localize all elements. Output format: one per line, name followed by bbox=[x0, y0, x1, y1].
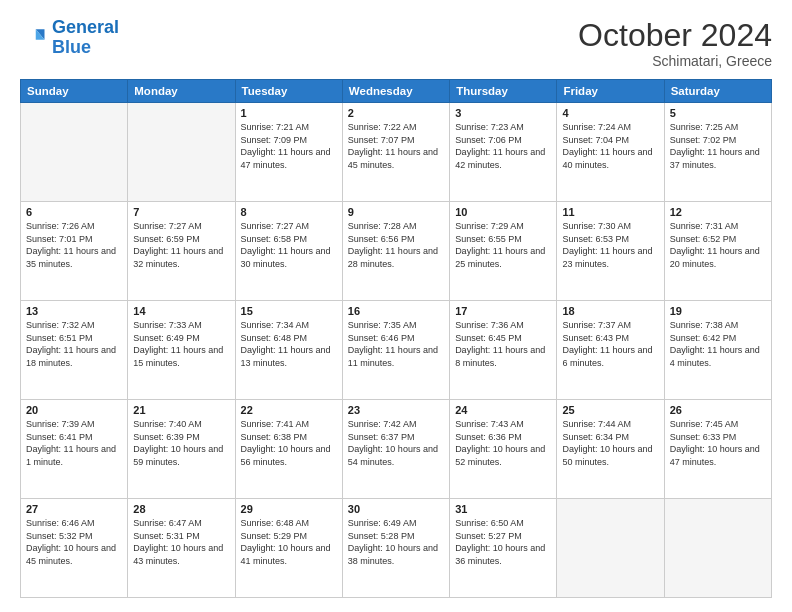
day-info: Sunrise: 7:25 AMSunset: 7:02 PMDaylight:… bbox=[670, 121, 766, 171]
day-info: Sunrise: 7:35 AMSunset: 6:46 PMDaylight:… bbox=[348, 319, 444, 369]
day-cell: 29Sunrise: 6:48 AMSunset: 5:29 PMDayligh… bbox=[235, 499, 342, 598]
day-number: 22 bbox=[241, 404, 337, 416]
day-number: 18 bbox=[562, 305, 658, 317]
day-cell bbox=[21, 103, 128, 202]
day-cell: 11Sunrise: 7:30 AMSunset: 6:53 PMDayligh… bbox=[557, 202, 664, 301]
week-row-1: 1Sunrise: 7:21 AMSunset: 7:09 PMDaylight… bbox=[21, 103, 772, 202]
day-number: 10 bbox=[455, 206, 551, 218]
logo-blue: Blue bbox=[52, 37, 91, 57]
day-info: Sunrise: 7:34 AMSunset: 6:48 PMDaylight:… bbox=[241, 319, 337, 369]
day-number: 17 bbox=[455, 305, 551, 317]
week-row-4: 20Sunrise: 7:39 AMSunset: 6:41 PMDayligh… bbox=[21, 400, 772, 499]
day-number: 28 bbox=[133, 503, 229, 515]
day-info: Sunrise: 7:33 AMSunset: 6:49 PMDaylight:… bbox=[133, 319, 229, 369]
day-cell: 16Sunrise: 7:35 AMSunset: 6:46 PMDayligh… bbox=[342, 301, 449, 400]
day-number: 16 bbox=[348, 305, 444, 317]
logo-general: General bbox=[52, 17, 119, 37]
day-cell: 18Sunrise: 7:37 AMSunset: 6:43 PMDayligh… bbox=[557, 301, 664, 400]
day-info: Sunrise: 7:22 AMSunset: 7:07 PMDaylight:… bbox=[348, 121, 444, 171]
day-cell: 31Sunrise: 6:50 AMSunset: 5:27 PMDayligh… bbox=[450, 499, 557, 598]
weekday-sunday: Sunday bbox=[21, 80, 128, 103]
day-cell: 12Sunrise: 7:31 AMSunset: 6:52 PMDayligh… bbox=[664, 202, 771, 301]
day-number: 2 bbox=[348, 107, 444, 119]
day-number: 6 bbox=[26, 206, 122, 218]
weekday-header-row: SundayMondayTuesdayWednesdayThursdayFrid… bbox=[21, 80, 772, 103]
day-cell: 19Sunrise: 7:38 AMSunset: 6:42 PMDayligh… bbox=[664, 301, 771, 400]
logo-text: General Blue bbox=[52, 18, 119, 58]
day-number: 8 bbox=[241, 206, 337, 218]
day-info: Sunrise: 7:29 AMSunset: 6:55 PMDaylight:… bbox=[455, 220, 551, 270]
day-info: Sunrise: 7:32 AMSunset: 6:51 PMDaylight:… bbox=[26, 319, 122, 369]
day-number: 26 bbox=[670, 404, 766, 416]
day-info: Sunrise: 7:27 AMSunset: 6:59 PMDaylight:… bbox=[133, 220, 229, 270]
day-cell: 20Sunrise: 7:39 AMSunset: 6:41 PMDayligh… bbox=[21, 400, 128, 499]
day-cell: 26Sunrise: 7:45 AMSunset: 6:33 PMDayligh… bbox=[664, 400, 771, 499]
week-row-2: 6Sunrise: 7:26 AMSunset: 7:01 PMDaylight… bbox=[21, 202, 772, 301]
day-info: Sunrise: 7:44 AMSunset: 6:34 PMDaylight:… bbox=[562, 418, 658, 468]
day-number: 1 bbox=[241, 107, 337, 119]
day-number: 3 bbox=[455, 107, 551, 119]
day-number: 19 bbox=[670, 305, 766, 317]
week-row-3: 13Sunrise: 7:32 AMSunset: 6:51 PMDayligh… bbox=[21, 301, 772, 400]
day-cell: 13Sunrise: 7:32 AMSunset: 6:51 PMDayligh… bbox=[21, 301, 128, 400]
day-info: Sunrise: 7:28 AMSunset: 6:56 PMDaylight:… bbox=[348, 220, 444, 270]
day-info: Sunrise: 6:47 AMSunset: 5:31 PMDaylight:… bbox=[133, 517, 229, 567]
week-row-5: 27Sunrise: 6:46 AMSunset: 5:32 PMDayligh… bbox=[21, 499, 772, 598]
day-info: Sunrise: 7:26 AMSunset: 7:01 PMDaylight:… bbox=[26, 220, 122, 270]
day-number: 11 bbox=[562, 206, 658, 218]
day-info: Sunrise: 7:24 AMSunset: 7:04 PMDaylight:… bbox=[562, 121, 658, 171]
day-cell: 7Sunrise: 7:27 AMSunset: 6:59 PMDaylight… bbox=[128, 202, 235, 301]
day-cell: 15Sunrise: 7:34 AMSunset: 6:48 PMDayligh… bbox=[235, 301, 342, 400]
calendar-table: SundayMondayTuesdayWednesdayThursdayFrid… bbox=[20, 79, 772, 598]
day-number: 9 bbox=[348, 206, 444, 218]
weekday-saturday: Saturday bbox=[664, 80, 771, 103]
day-number: 31 bbox=[455, 503, 551, 515]
day-info: Sunrise: 6:48 AMSunset: 5:29 PMDaylight:… bbox=[241, 517, 337, 567]
day-number: 13 bbox=[26, 305, 122, 317]
day-info: Sunrise: 6:46 AMSunset: 5:32 PMDaylight:… bbox=[26, 517, 122, 567]
day-cell: 6Sunrise: 7:26 AMSunset: 7:01 PMDaylight… bbox=[21, 202, 128, 301]
day-cell: 9Sunrise: 7:28 AMSunset: 6:56 PMDaylight… bbox=[342, 202, 449, 301]
weekday-friday: Friday bbox=[557, 80, 664, 103]
day-number: 12 bbox=[670, 206, 766, 218]
day-number: 21 bbox=[133, 404, 229, 416]
day-number: 23 bbox=[348, 404, 444, 416]
day-cell: 28Sunrise: 6:47 AMSunset: 5:31 PMDayligh… bbox=[128, 499, 235, 598]
weekday-wednesday: Wednesday bbox=[342, 80, 449, 103]
day-cell: 1Sunrise: 7:21 AMSunset: 7:09 PMDaylight… bbox=[235, 103, 342, 202]
day-info: Sunrise: 7:45 AMSunset: 6:33 PMDaylight:… bbox=[670, 418, 766, 468]
weekday-monday: Monday bbox=[128, 80, 235, 103]
weekday-tuesday: Tuesday bbox=[235, 80, 342, 103]
day-cell: 4Sunrise: 7:24 AMSunset: 7:04 PMDaylight… bbox=[557, 103, 664, 202]
day-info: Sunrise: 6:49 AMSunset: 5:28 PMDaylight:… bbox=[348, 517, 444, 567]
day-info: Sunrise: 7:43 AMSunset: 6:36 PMDaylight:… bbox=[455, 418, 551, 468]
day-info: Sunrise: 7:42 AMSunset: 6:37 PMDaylight:… bbox=[348, 418, 444, 468]
day-cell: 25Sunrise: 7:44 AMSunset: 6:34 PMDayligh… bbox=[557, 400, 664, 499]
page: General Blue October 2024 Schimatari, Gr… bbox=[0, 0, 792, 612]
day-number: 25 bbox=[562, 404, 658, 416]
logo-icon bbox=[20, 24, 48, 52]
logo: General Blue bbox=[20, 18, 119, 58]
day-info: Sunrise: 7:31 AMSunset: 6:52 PMDaylight:… bbox=[670, 220, 766, 270]
day-info: Sunrise: 7:40 AMSunset: 6:39 PMDaylight:… bbox=[133, 418, 229, 468]
day-cell bbox=[557, 499, 664, 598]
location: Schimatari, Greece bbox=[578, 53, 772, 69]
day-cell: 14Sunrise: 7:33 AMSunset: 6:49 PMDayligh… bbox=[128, 301, 235, 400]
day-info: Sunrise: 7:37 AMSunset: 6:43 PMDaylight:… bbox=[562, 319, 658, 369]
day-cell: 24Sunrise: 7:43 AMSunset: 6:36 PMDayligh… bbox=[450, 400, 557, 499]
day-info: Sunrise: 7:39 AMSunset: 6:41 PMDaylight:… bbox=[26, 418, 122, 468]
day-number: 14 bbox=[133, 305, 229, 317]
day-cell: 3Sunrise: 7:23 AMSunset: 7:06 PMDaylight… bbox=[450, 103, 557, 202]
day-cell: 22Sunrise: 7:41 AMSunset: 6:38 PMDayligh… bbox=[235, 400, 342, 499]
day-cell: 5Sunrise: 7:25 AMSunset: 7:02 PMDaylight… bbox=[664, 103, 771, 202]
day-cell: 23Sunrise: 7:42 AMSunset: 6:37 PMDayligh… bbox=[342, 400, 449, 499]
header: General Blue October 2024 Schimatari, Gr… bbox=[20, 18, 772, 69]
day-cell bbox=[664, 499, 771, 598]
day-number: 15 bbox=[241, 305, 337, 317]
day-number: 4 bbox=[562, 107, 658, 119]
day-cell: 21Sunrise: 7:40 AMSunset: 6:39 PMDayligh… bbox=[128, 400, 235, 499]
day-cell: 10Sunrise: 7:29 AMSunset: 6:55 PMDayligh… bbox=[450, 202, 557, 301]
day-number: 20 bbox=[26, 404, 122, 416]
day-info: Sunrise: 7:41 AMSunset: 6:38 PMDaylight:… bbox=[241, 418, 337, 468]
day-number: 24 bbox=[455, 404, 551, 416]
